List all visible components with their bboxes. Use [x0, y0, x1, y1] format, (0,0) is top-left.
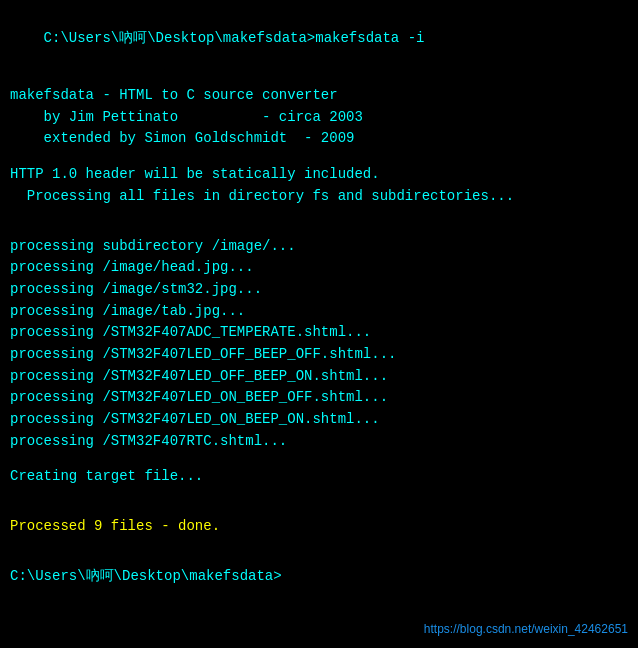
- header-line-2: by Jim Pettinato - circa 2003: [10, 107, 628, 129]
- processed-line: Processed 9 files - done.: [10, 516, 628, 538]
- spacer-9: [10, 552, 628, 566]
- header-line-1: makefsdata - HTML to C source converter: [10, 85, 628, 107]
- prompt-line-1: C:\Users\吶呵\Desktop\makefsdata>makefsdat…: [10, 6, 628, 71]
- prompt-prefix: C:\Users\吶呵\Desktop\makefsdata>makefsdat…: [44, 30, 425, 46]
- proc-line-4: processing /image/tab.jpg...: [10, 301, 628, 323]
- proc-line-7: processing /STM32F407LED_OFF_BEEP_ON.sht…: [10, 366, 628, 388]
- proc-line-3: processing /image/stm32.jpg...: [10, 279, 628, 301]
- spacer-4: [10, 222, 628, 236]
- prompt-line-2: C:\Users\吶呵\Desktop\makefsdata>: [10, 566, 628, 588]
- spacer-1: [10, 71, 628, 85]
- http-line: HTTP 1.0 header will be statically inclu…: [10, 164, 628, 186]
- processing-dir-line: Processing all files in directory fs and…: [10, 186, 628, 208]
- terminal-window: C:\Users\吶呵\Desktop\makefsdata>makefsdat…: [0, 0, 638, 648]
- watermark: https://blog.csdn.net/weixin_42462651: [424, 622, 628, 636]
- proc-line-10: processing /STM32F407RTC.shtml...: [10, 431, 628, 453]
- creating-line: Creating target file...: [10, 466, 628, 488]
- spacer-5: [10, 452, 628, 466]
- proc-line-6: processing /STM32F407LED_OFF_BEEP_OFF.sh…: [10, 344, 628, 366]
- spacer-8: [10, 538, 628, 552]
- header-line-3: extended by Simon Goldschmidt - 2009: [10, 128, 628, 150]
- proc-line-5: processing /STM32F407ADC_TEMPERATE.shtml…: [10, 322, 628, 344]
- spacer-3: [10, 208, 628, 222]
- proc-line-9: processing /STM32F407LED_ON_BEEP_ON.shtm…: [10, 409, 628, 431]
- proc-line-8: processing /STM32F407LED_ON_BEEP_OFF.sht…: [10, 387, 628, 409]
- spacer-6: [10, 488, 628, 502]
- proc-line-1: processing subdirectory /image/...: [10, 236, 628, 258]
- spacer-2: [10, 150, 628, 164]
- proc-line-2: processing /image/head.jpg...: [10, 257, 628, 279]
- spacer-7: [10, 502, 628, 516]
